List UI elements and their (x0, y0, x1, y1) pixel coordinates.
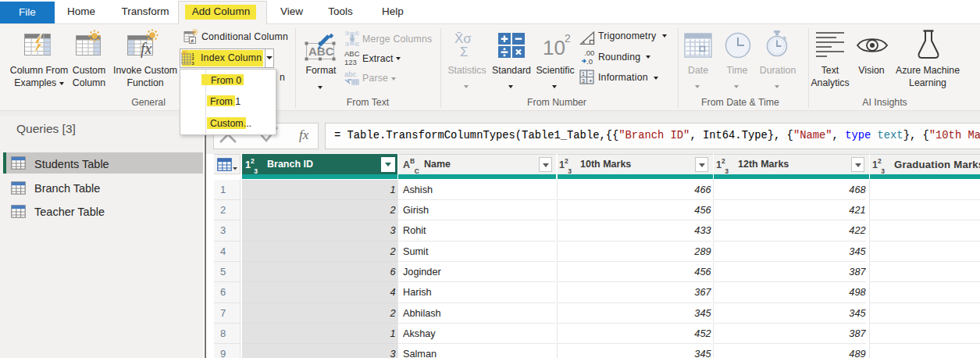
svg-text:abc: abc (344, 70, 357, 78)
svg-text:3: 3 (192, 61, 194, 66)
svg-text:fx: fx (299, 127, 309, 142)
svg-text:Σ: Σ (460, 45, 469, 58)
svg-text:fx: fx (141, 40, 152, 58)
svg-text:ABC: ABC (344, 49, 360, 58)
svg-text:+: + (589, 77, 593, 84)
svg-text:3: 3 (582, 78, 585, 84)
svg-text:123: 123 (344, 58, 357, 66)
svg-text:10: 10 (543, 36, 565, 59)
svg-text:ABC: ABC (308, 45, 334, 58)
svg-text:1: 1 (582, 71, 585, 77)
svg-text:.0: .0 (586, 57, 593, 66)
svg-text:2: 2 (565, 32, 571, 45)
svg-text:≠: ≠ (191, 37, 194, 44)
svg-text:.00: .00 (584, 49, 594, 57)
